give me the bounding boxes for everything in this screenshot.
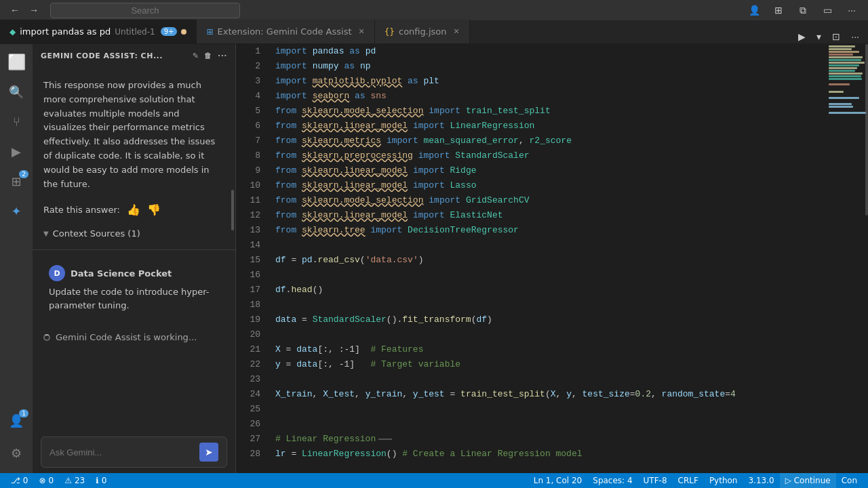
code-line-18 bbox=[275, 298, 827, 312]
status-position[interactable]: Ln 1, Col 20 bbox=[528, 473, 588, 488]
code-line-28: lr = LinearRegression() # Create a Linea… bbox=[275, 447, 827, 462]
code-line-10: from sklearn.linear_model import Lasso bbox=[275, 178, 827, 193]
tab-config-icon: {} bbox=[384, 27, 395, 37]
mini-line-7 bbox=[829, 62, 865, 64]
activity-settings[interactable]: ⚙ bbox=[1, 438, 31, 468]
status-continue[interactable]: ▷ Continue bbox=[780, 473, 836, 488]
response-text: This response now provides a much more c… bbox=[33, 73, 235, 197]
status-language[interactable]: Python bbox=[704, 473, 743, 488]
code-line-3: import matplotlib.pyplot as plt bbox=[275, 74, 827, 89]
status-warnings[interactable]: ⚠ 23 bbox=[59, 473, 90, 488]
git-icon: ⎇ bbox=[11, 476, 20, 485]
activity-explorer[interactable]: ⬜ bbox=[1, 47, 31, 77]
code-editor[interactable]: 12345 678910 1112131415 1617181920 21222… bbox=[236, 44, 868, 473]
mini-line-2 bbox=[829, 48, 852, 50]
position-label: Ln 1, Col 20 bbox=[534, 476, 583, 485]
user-message-section: D Data Science Pocket Update the code to… bbox=[41, 258, 227, 319]
status-info[interactable]: ℹ 0 bbox=[90, 473, 112, 488]
mini-line-19 bbox=[829, 97, 859, 99]
code-line-16 bbox=[275, 268, 827, 283]
activity-search[interactable]: 🔍 bbox=[1, 77, 31, 106]
code-line-15: df = pd.read_csv('data.csv') bbox=[275, 253, 827, 268]
thumbs-up-button[interactable]: 👍 bbox=[127, 203, 140, 216]
split-button[interactable]: ⧉ bbox=[793, 1, 812, 20]
errors-icon: ⊗ bbox=[39, 476, 45, 485]
warnings-label: 23 bbox=[75, 476, 85, 485]
mini-line-10 bbox=[829, 70, 855, 72]
activity-extensions[interactable]: ⊞ bbox=[1, 166, 31, 196]
code-line-27: # Linear Regression bbox=[275, 432, 827, 447]
tab-bar: ◆ import pandas as pd Untitled-1 9+ ⊞ Ex… bbox=[0, 20, 868, 44]
sidebar-title: GEMINI CODE ASSIST: CH... bbox=[41, 52, 163, 60]
code-line-26 bbox=[275, 417, 827, 432]
status-con[interactable]: Con bbox=[836, 473, 863, 488]
thumbs-down-button[interactable]: 👎 bbox=[147, 203, 161, 216]
status-errors[interactable]: ⊗ 0 bbox=[33, 473, 59, 488]
editor-content: 12345 678910 1112131415 1617181920 21222… bbox=[236, 44, 868, 473]
status-eol[interactable]: CRLF bbox=[673, 473, 704, 488]
split-editor-button[interactable]: ⊡ bbox=[829, 30, 844, 43]
tab-main[interactable]: ◆ import pandas as pd Untitled-1 9+ bbox=[0, 20, 197, 43]
layout-button[interactable]: ⊞ bbox=[769, 1, 788, 20]
errors-label: 0 bbox=[49, 476, 54, 485]
search-input[interactable] bbox=[50, 3, 240, 18]
code-line-6: from sklearn.linear_model import LinearR… bbox=[275, 119, 827, 134]
info-label: 0 bbox=[102, 476, 107, 485]
activity-bottom: 👤 ⚙ bbox=[1, 405, 31, 473]
minimap-slider[interactable] bbox=[865, 44, 868, 216]
tab-gemini-close[interactable]: ✕ bbox=[359, 27, 365, 36]
sidebar-content: This response now provides a much more c… bbox=[33, 68, 235, 353]
warnings-icon: ⚠ bbox=[64, 476, 72, 485]
activity-bar: ⬜ 🔍 ⑂ ▶ ⊞ ✦ 👤 ⚙ bbox=[0, 44, 33, 473]
chevron-down-icon: ▼ bbox=[43, 230, 49, 237]
context-sources-label: Context Sources (1) bbox=[53, 228, 140, 239]
sidebar-scroll-wrapper: This response now provides a much more c… bbox=[33, 68, 235, 431]
panel-button[interactable]: ▭ bbox=[818, 1, 837, 20]
tab-untitled-label: Untitled-1 bbox=[115, 27, 155, 37]
ask-input-section[interactable]: ➤ bbox=[41, 436, 227, 468]
mini-spacer2 bbox=[829, 94, 867, 96]
titlebar: ← → 🔍 👤 ⊞ ⧉ ▭ ··· bbox=[0, 0, 868, 20]
forward-button[interactable]: → bbox=[26, 3, 42, 17]
code-line-24: X_train, X_test, y_train, y_test = train… bbox=[275, 387, 827, 402]
status-encoding[interactable]: UTF-8 bbox=[638, 473, 673, 488]
back-button[interactable]: ← bbox=[7, 3, 23, 17]
run-button[interactable]: ▶ bbox=[795, 30, 809, 43]
mini-line-3 bbox=[829, 51, 859, 53]
version-label: 3.13.0 bbox=[748, 476, 774, 485]
new-chat-icon[interactable]: ✎ bbox=[193, 52, 199, 60]
code-line-21: X = data[:, :-1] # Features bbox=[275, 342, 827, 357]
sidebar-header-icons: ✎ 🗑 ··· bbox=[193, 52, 227, 60]
context-sources[interactable]: ▼ Context Sources (1) bbox=[33, 223, 235, 244]
tab-badge: 9+ bbox=[161, 27, 178, 36]
activity-run[interactable]: ▶ bbox=[1, 136, 31, 166]
status-git[interactable]: ⎇ 0 bbox=[5, 473, 33, 488]
activity-source-control[interactable]: ⑂ bbox=[1, 106, 31, 136]
ask-input[interactable] bbox=[50, 447, 194, 458]
tab-gemini[interactable]: ⊞ Extension: Gemini Code Assist ✕ bbox=[197, 20, 374, 43]
code-line-5: from sklearn.model_selection import trai… bbox=[275, 104, 827, 119]
activity-account[interactable]: 👤 bbox=[1, 405, 31, 435]
tab-config-close[interactable]: ✕ bbox=[454, 27, 460, 36]
tab-config[interactable]: {} config.json ✕ bbox=[375, 20, 470, 43]
more-button[interactable]: ··· bbox=[842, 1, 861, 20]
more-icon[interactable]: ··· bbox=[218, 52, 227, 60]
minimap bbox=[827, 44, 868, 473]
activity-gemini[interactable]: ✦ bbox=[1, 196, 31, 226]
status-spaces[interactable]: Spaces: 4 bbox=[587, 473, 637, 488]
tab-config-label: config.json bbox=[399, 26, 447, 37]
delete-icon[interactable]: 🗑 bbox=[204, 52, 212, 60]
mini-line-9 bbox=[829, 67, 857, 69]
mini-line-12 bbox=[829, 75, 861, 77]
run-dropdown-button[interactable]: ▾ bbox=[813, 30, 825, 43]
code-line-8: from sklearn.preprocessing import Standa… bbox=[275, 148, 827, 163]
code-line-13: from sklearn.tree import DecisionTreeReg… bbox=[275, 223, 827, 238]
send-button[interactable]: ➤ bbox=[199, 443, 218, 462]
scrollbar-thumb[interactable] bbox=[231, 190, 234, 230]
status-version[interactable]: 3.13.0 bbox=[743, 473, 779, 488]
spaces-label: Spaces: 4 bbox=[593, 476, 632, 485]
more-tab-btn[interactable]: ··· bbox=[848, 30, 863, 43]
tab-file-icon: ◆ bbox=[9, 27, 16, 37]
accounts-button[interactable]: 👤 bbox=[745, 1, 764, 20]
rate-label: Rate this answer: bbox=[43, 205, 120, 215]
